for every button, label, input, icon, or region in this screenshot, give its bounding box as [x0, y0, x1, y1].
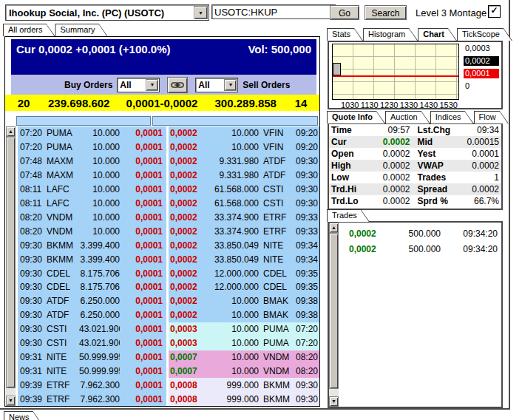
sell-orders-filter-select[interactable]: All ▼ [195, 78, 238, 92]
sell-time: 09:33 [293, 226, 319, 237]
montage-tab-all-orders[interactable]: All orders [3, 24, 55, 36]
order-book-scrollbar[interactable]: ▲ ▼ [6, 126, 16, 406]
sell-order[interactable]: 0,000210.000VFIN09:20 [169, 140, 319, 155]
order-book-row[interactable]: 09:39ETRF7.962.3000,00010,0008999.000BKM… [18, 392, 319, 406]
sell-order[interactable]: 0,000210.000BMAK09:38 [169, 308, 319, 322]
quote-tab-quote-info[interactable]: Quote Info [327, 111, 385, 123]
sell-order[interactable]: 0,000212.000.000CDEL09:35 [169, 266, 319, 280]
combobox-dropdown-arrow-icon[interactable]: ▼ [194, 6, 208, 19]
buy-order[interactable]: 09:30ATDF6.250.0000,0001 [18, 308, 166, 322]
order-book-row[interactable]: 08:20VNDM10.0000,00010,000233.374.900ETR… [18, 210, 319, 224]
sell-order[interactable]: 0,000261.568.000CSTI09:30 [169, 183, 319, 197]
symbol-input[interactable] [211, 4, 336, 19]
buy-order[interactable]: 09:39ETRF7.962.3000,0001 [18, 392, 166, 406]
buy-order[interactable]: 09:30CSTI43.021.9000,0001 [18, 322, 166, 336]
buy-order[interactable]: 09:30ATDF6.250.0000,0001 [18, 294, 166, 308]
chart-tab-histogram[interactable]: Histogram [363, 28, 418, 41]
order-book-row[interactable]: 07:48MAXM10.0000,00010,00029.331.980ATDF… [18, 169, 319, 183]
sell-order[interactable]: 0,000233.850.049NITE09:34 [169, 238, 319, 252]
sell-order[interactable]: 0,000233.374.900ETRF09:33 [169, 210, 319, 224]
order-book-row[interactable]: 07:20PUMA10.0000,00010,000210.000VFIN09:… [18, 140, 319, 155]
link-filters-button[interactable] [167, 77, 188, 93]
order-book-row[interactable]: 07:48MAXM10.0000,00010,00029.331.980ATDF… [18, 155, 319, 169]
buy-order[interactable]: 09:31NITE50.999.9950,0001 [18, 350, 166, 365]
scroll-down-arrow-icon[interactable]: ▼ [6, 396, 16, 406]
sell-order[interactable]: 0,0008999.000BKMM09:30 [169, 378, 319, 392]
sell-market-maker: CSTI [259, 198, 293, 209]
trades-scrollbar-thumb[interactable] [329, 233, 339, 389]
buy-order[interactable]: 08:11LAFC10.0000,0001 [18, 183, 166, 197]
order-book-row[interactable]: 09:30ATDF6.250.0000,00010,000210.000BMAK… [18, 308, 319, 322]
montage-tab-summary[interactable]: Summary [55, 24, 107, 36]
level3-montage-checkbox[interactable]: ✓ [488, 5, 501, 18]
scrollbar-thumb[interactable] [6, 137, 16, 388]
buy-order[interactable]: 09:39ETRF7.962.3000,0001 [18, 378, 166, 392]
trades-scrollbar[interactable]: ▲ ▼ [329, 223, 339, 407]
order-book-row[interactable]: 09:30BKMM3.399.4000,00010,000233.850.049… [18, 252, 319, 266]
order-book-row[interactable]: 08:11LAFC10.0000,00010,000261.568.000CST… [18, 183, 319, 197]
sell-filter-dropdown-arrow-icon[interactable]: ▼ [224, 79, 237, 91]
symbol-combobox[interactable]: Ihookup Social, Inc. (PC) (USOTC) ▼ [5, 4, 209, 21]
order-book-row[interactable]: 09:39ETRF7.962.3000,00010,0008999.000BKM… [18, 378, 319, 392]
chart-tab-stats[interactable]: Stats [327, 28, 363, 41]
sell-order[interactable]: 0,000210.000BMAK09:38 [169, 294, 319, 308]
trades-scroll-up-arrow-icon[interactable]: ▲ [329, 223, 339, 233]
buy-order[interactable]: 09:30CDEL8.175.7060,0001 [18, 266, 166, 280]
order-book-row[interactable]: 09:30CDEL8.175.7060,00010,000212.000.000… [18, 280, 319, 294]
buy-filter-dropdown-arrow-icon[interactable]: ▼ [146, 79, 158, 91]
order-book-row[interactable]: 09:30CSTI43.021.9000,00010,000310.000PUM… [18, 322, 319, 336]
sell-order[interactable]: 0,000310.000PUMA07:20 [169, 336, 319, 350]
sell-order[interactable]: 0,000233.850.049NITE09:34 [169, 252, 319, 266]
buy-order[interactable]: 07:20PUMA10.0000,0001 [18, 126, 166, 140]
buy-order[interactable]: 08:11LAFC10.0000,0001 [18, 197, 166, 211]
order-book-row[interactable]: 08:20VNDM10.0000,00010,000233.374.900ETR… [18, 224, 319, 238]
buy-order-count: 20 [5, 97, 42, 109]
buy-order[interactable]: 07:20PUMA10.0000,0001 [18, 140, 166, 155]
buy-order[interactable]: 09:30CDEL8.175.7060,0001 [18, 280, 166, 294]
sell-order[interactable]: 0,000210.000VFIN09:20 [169, 126, 319, 140]
news-tab-news[interactable]: News [4, 411, 42, 420]
sell-time: 09:30 [293, 380, 319, 390]
go-button[interactable]: Go [330, 5, 359, 20]
search-button[interactable]: Search [365, 5, 407, 20]
sell-order[interactable]: 0,000710.000VNDM08:20 [169, 364, 319, 378]
trades-scroll-down-arrow-icon[interactable]: ▼ [329, 396, 339, 407]
sell-market-maker: ETRF [259, 226, 293, 237]
order-book-row[interactable]: 09:30ATDF6.250.0000,00010,000210.000BMAK… [18, 294, 319, 308]
chart-tab-tickscope[interactable]: TickScope [457, 28, 512, 41]
order-book-row[interactable]: 09:30CDEL8.175.7060,00010,000212.000.000… [18, 266, 319, 280]
buy-order[interactable]: 07:48MAXM10.0000,0001 [18, 155, 166, 169]
sell-order[interactable]: 0,00029.331.980ATDF09:30 [169, 169, 319, 183]
sell-order[interactable]: 0,00029.331.980ATDF09:30 [169, 155, 319, 169]
quote-tab-flow[interactable]: Flow [474, 111, 509, 123]
trades-scrollbar-track[interactable] [329, 389, 339, 396]
sell-order[interactable]: 0,000710.000VNDM08:20 [169, 350, 319, 365]
chart-tab-chart[interactable]: Chart [418, 28, 457, 41]
trade-rows: 0,0002500.00009:34:200,0002500.00009:34:… [339, 223, 501, 407]
sell-order[interactable]: 0,000261.568.000CSTI09:30 [169, 197, 319, 211]
order-book-row[interactable]: 09:30BKMM3.399.4000,00010,000233.850.049… [18, 238, 319, 252]
buy-order[interactable]: 09:30BKMM3.399.4000,0001 [18, 238, 166, 252]
buy-order[interactable]: 08:20VNDM10.0000,0001 [18, 224, 166, 238]
buy-order[interactable]: 09:30CSTI43.021.9000,0001 [18, 336, 166, 350]
trades-tab-trades[interactable]: Trades [327, 209, 370, 222]
order-book-row[interactable]: 09:31NITE50.999.9950,00010,000710.000VND… [18, 350, 319, 365]
quote-tab-auction[interactable]: Auction [385, 111, 430, 123]
buy-order[interactable]: 07:48MAXM10.0000,0001 [18, 169, 166, 183]
buy-order[interactable]: 09:30BKMM3.399.4000,0001 [18, 252, 166, 266]
sell-order[interactable]: 0,000310.000PUMA07:20 [169, 322, 319, 336]
order-book-row[interactable]: 09:30CSTI43.021.9000,00010,000310.000PUM… [18, 336, 319, 350]
sell-order[interactable]: 0,000212.000.000CDEL09:35 [169, 280, 319, 294]
sell-order[interactable]: 0,000233.374.900ETRF09:33 [169, 224, 319, 238]
order-book-row[interactable]: 09:31NITE50.999.9950,00010,000710.000VND… [18, 364, 319, 378]
quote-value: 09:57 [373, 125, 410, 135]
quote-tab-indices[interactable]: Indices [430, 111, 474, 123]
sell-order[interactable]: 0,0008999.000BKMM09:30 [169, 392, 319, 406]
buy-order[interactable]: 09:31NITE50.999.9950,0001 [18, 364, 166, 378]
order-book-row[interactable]: 07:20PUMA10.0000,00010,000210.000VFIN09:… [18, 126, 319, 140]
order-book-row[interactable]: 08:11LAFC10.0000,00010,000261.568.000CST… [18, 197, 319, 211]
scroll-up-arrow-icon[interactable]: ▲ [6, 126, 16, 137]
buy-orders-filter-select[interactable]: All ▼ [117, 78, 160, 92]
buy-order[interactable]: 08:20VNDM10.0000,0001 [18, 210, 166, 224]
scrollbar-track[interactable] [6, 388, 16, 396]
